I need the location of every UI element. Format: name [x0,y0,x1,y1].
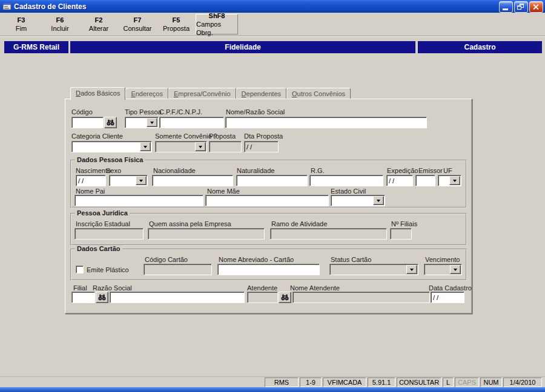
banner-right-screen: Cadastro [418,41,542,53]
chevron-down-icon[interactable] [136,176,147,185]
nome-pai-input[interactable] [74,195,203,206]
uf-select[interactable] [438,175,461,186]
filial-input[interactable] [71,292,95,303]
toolbar-button-proposta[interactable]: F5 Proposta [157,14,196,34]
toolbar-button-alterar[interactable]: F2 Alterar [79,14,118,34]
codigo-cartao-input [144,264,212,275]
toolbar-label-proposta: Proposta [163,24,190,33]
atendente-input [247,292,278,303]
close-icon [533,4,538,10]
group-dados-pessoa-fisica-title: Dados Pessoa Física [75,156,145,163]
toolbar-label-alterar: Alterar [89,24,108,33]
chevron-down-icon[interactable] [373,196,384,205]
data-cadastro-input[interactable] [431,292,464,303]
emite-plastico-checkbox[interactable] [76,266,84,273]
tab-outros-convenios[interactable]: Outros Convênios [286,88,351,99]
emissor-input[interactable] [415,175,435,186]
emite-plastico-label: Emite Plástico [87,266,129,273]
tab-dependentes[interactable]: Dependentes [236,88,286,99]
toolbar-button-consultar[interactable]: F7 Consultar [118,14,157,34]
codigo-cartao-label: Código Cartão [145,256,188,263]
chevron-down-icon [450,265,461,274]
sexo-label: Sexo [106,167,121,174]
minimize-button[interactable] [499,1,513,13]
tab-strip: Dados Básicos Endereços Empresa/Convênio… [70,87,351,100]
categoria-cliente-label: Categoria Cliente [71,132,123,140]
banner-left-product: G-RMS Retail [4,41,68,53]
expedicao-input[interactable] [386,175,413,186]
app-icon-glyph [2,2,12,11]
toolbar-key-f3: F3 [18,16,25,24]
nacionalidade-label: Nacionalidade [153,167,196,174]
expedicao-label: Expedição [387,167,418,174]
toolbar-button-incluir[interactable]: F6 Incluir [41,14,79,34]
toolbar: F3 Fim F6 Incluir F2 Alterar F7 Consulta… [0,13,545,36]
vencimento-label: Vencimento [425,256,460,263]
nome-mae-input[interactable] [205,195,329,206]
tab-enderecos[interactable]: Endereços [125,88,168,99]
rg-label: R.G. [311,167,325,174]
status-cell-mode: CONSULTAR [397,377,441,387]
chevron-down-icon [406,265,417,274]
nascimento-input[interactable] [76,175,106,186]
tab-enderecos-label: Endereços [131,90,163,97]
status-cell-program: VFIMCADA [323,377,366,387]
codigo-search-button[interactable] [104,117,117,128]
nome-atendente-label: Nome Atendente [290,284,340,292]
window-title: Cadastro de Clientes [14,2,86,11]
dta-proposta-input [244,141,279,152]
codigo-input[interactable] [71,117,104,128]
chevron-down-icon[interactable] [147,118,157,127]
tab-dados-basicos[interactable]: Dados Básicos [70,87,125,100]
naturalidade-label: Naturalidade [237,167,274,174]
status-cell-range: 1-9 [300,377,322,387]
banner-center-module: Fidelidade [70,41,415,53]
rg-input[interactable] [309,175,383,186]
nacionalidade-input[interactable] [152,175,233,186]
nome-mae-label: Nome Mãe [207,188,240,195]
somente-convenio-label: Somente Convênio ? [155,132,217,140]
status-cell-num: NUM [480,377,502,387]
status-cartao-label: Status Cartão [331,256,371,263]
toolbar-button-fim[interactable]: F3 Fim [2,14,41,34]
categoria-cliente-select[interactable] [71,141,152,152]
quem-assina-input [148,228,265,240]
estado-civil-select[interactable] [331,195,385,206]
somente-convenio-select [155,141,207,152]
nome-abreviado-label: Nome Abreviado - Cartão [219,256,294,263]
group-dados-cartao: Dados Cartão Emite Plástico Código Cartã… [70,249,467,281]
tab-dependentes-label: Dependentes [242,90,281,97]
chevron-down-icon[interactable] [449,176,460,185]
data-cadastro-label: Data Cadastro [429,284,472,292]
razao-social-input[interactable] [110,292,245,303]
status-cell-l: L [443,377,454,387]
close-button[interactable] [529,1,543,13]
status-cell-caps: CAPS [455,377,479,387]
cpf-cnpj-input[interactable] [159,117,224,128]
filial-search-button[interactable] [96,292,108,303]
tipo-pessoa-select[interactable] [125,117,159,128]
binoculars-icon [281,294,289,301]
atendente-label: Atendente [247,284,277,292]
nome-razao-social-input[interactable] [225,117,427,128]
toolbar-key-f7: F7 [134,16,142,24]
group-pessoa-juridica: Pessoa Jurídica Inscrição Estadual Quem … [70,213,467,246]
proposta-label: Proposta [209,132,236,140]
restore-button[interactable] [514,1,528,13]
naturalidade-input[interactable] [236,175,308,186]
tab-empresa-convenio[interactable]: Empresa/Convênio [168,88,236,99]
tab-outros-convenios-label: Outros Convênios [292,90,345,97]
codigo-label: Código [71,108,93,116]
status-cell-date: 1/4/2010 [503,377,542,387]
application-window: Cadastro de Clientes F3 Fim F6 Incluir F… [0,0,545,392]
app-icon[interactable] [2,2,12,11]
atendente-search-button[interactable] [279,292,291,303]
toolbar-label-consultar: Consultar [123,24,151,33]
toolbar-button-campos-obrigatorios[interactable]: ShF8 Campos Obrg. [196,14,238,34]
sexo-select[interactable] [109,175,148,186]
nome-abreviado-input[interactable] [217,264,320,275]
chevron-down-icon [195,142,206,151]
taskbar-edge [0,387,545,392]
chevron-down-icon[interactable] [140,142,151,151]
estado-civil-label: Estado Civil [331,188,366,195]
